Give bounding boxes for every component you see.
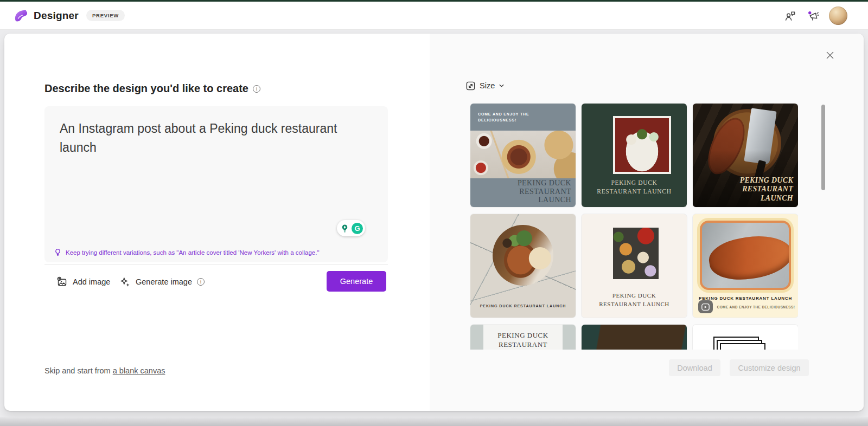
thumbnail-title: PEKING DUCK RESTAURANT LAUNCH [470, 304, 576, 308]
generate-button[interactable]: Generate [327, 271, 386, 292]
thumbnails-scroll-area: COME AND ENJOY THE DELICIOUSNESS! PEKING… [470, 104, 798, 350]
design-thumbnail-5[interactable]: PEKING DUCK RESTAURANT LAUNCH [582, 214, 687, 318]
generate-image-button[interactable]: Generate image [119, 271, 205, 293]
thumbnail-title: PEKING DUCK RESTAURANT LAUNCH [723, 176, 793, 203]
decor-bar [470, 325, 483, 350]
prompt-tip-text: Keep trying different variations, such a… [66, 249, 319, 256]
prompt-input[interactable]: An Instagram post about a Peking duck re… [44, 106, 388, 262]
prompt-heading-text: Describe the design you'd like to create [44, 82, 248, 95]
thumbnail-title: PEKING DUCK RESTAURANT LAUNCH [597, 292, 671, 309]
bottom-shade [0, 417, 868, 426]
grammarly-widget [337, 220, 365, 236]
design-thumbnail-2[interactable]: PEKING DUCK RESTAURANT LAUNCH [582, 104, 687, 207]
add-image-label: Add image [73, 277, 110, 286]
whats-new-megaphone-icon[interactable] [806, 9, 819, 22]
app-header: Designer PREVIEW [0, 2, 868, 30]
thumbnail-title: PEKING DUCK RESTAURANT LAUNCH [592, 178, 676, 196]
info-icon[interactable] [253, 85, 260, 93]
close-icon[interactable] [825, 50, 835, 60]
design-thumbnail-1[interactable]: COME AND ENJOY THE DELICIOUSNESS! PEKING… [470, 104, 576, 207]
design-thumbnail-4[interactable]: PEKING DUCK RESTAURANT LAUNCH [470, 214, 576, 318]
add-image-button[interactable]: Add image [56, 271, 110, 293]
resize-icon [465, 81, 476, 91]
avatar[interactable] [829, 7, 847, 25]
designer-logo[interactable] [12, 7, 29, 24]
generate-image-label: Generate image [136, 277, 192, 286]
chevron-down-icon [499, 83, 505, 88]
feedback-icon[interactable] [783, 9, 796, 22]
download-button[interactable]: Download [669, 359, 720, 376]
app-title: Designer [34, 10, 79, 22]
size-dropdown[interactable]: Size [465, 78, 505, 93]
thumbnail-photo [613, 228, 658, 280]
sparkles-icon [119, 276, 131, 288]
thumbnail-photo [470, 131, 576, 178]
prompt-toolbar: Add image Generate image Generate [44, 271, 388, 293]
divider [44, 264, 388, 264]
design-thumbnail-9[interactable] [693, 325, 798, 350]
prompt-tip[interactable]: Keep trying different variations, such a… [54, 248, 319, 256]
results-scrollbar[interactable] [821, 105, 825, 190]
blank-canvas-link[interactable]: a blank canvas [113, 366, 165, 375]
prompt-heading: Describe the design you'd like to create [44, 82, 260, 95]
thumbnail-tagline: COME AND ENJOY THE DELICIOUSNESS! [478, 111, 538, 123]
prompt-input-value: An Instagram post about a Peking duck re… [60, 119, 369, 157]
roast-duck [706, 231, 791, 285]
design-thumbnail-3[interactable]: PEKING DUCK RESTAURANT LAUNCH [693, 104, 798, 207]
customize-design-button[interactable]: Customize design [730, 359, 809, 376]
skip-row: Skip and start from a blank canvas [44, 366, 165, 375]
results-panel: Size COME AND ENJOY THE DELICIOUSNESS! P… [430, 34, 864, 411]
thumbnail-title: PEKING DUCK RESTAURANT LAUNCH [492, 331, 554, 350]
size-label: Size [480, 81, 495, 90]
skip-prefix: Skip and start from [44, 366, 111, 375]
decor-bar [563, 325, 576, 350]
play-badge-icon [698, 300, 713, 313]
thumbnail-photo [700, 221, 791, 290]
design-thumbnail-8[interactable] [582, 325, 687, 350]
image-plus-icon [56, 276, 68, 288]
grammarly-suggestion-icon[interactable] [339, 223, 350, 234]
grammarly-logo-icon[interactable] [352, 223, 363, 234]
design-thumbnail-6[interactable]: PEKING DUCK RESTAURANT LAUNCH COME AND E… [693, 214, 798, 318]
info-icon[interactable] [197, 278, 205, 286]
thumbnail-photo [493, 225, 553, 286]
design-thumbnail-7[interactable]: PEKING DUCK RESTAURANT LAUNCH [470, 325, 576, 350]
preview-badge: PREVIEW [86, 10, 125, 21]
thumbnail-photo [613, 116, 671, 174]
thumbnails-grid: COME AND ENJOY THE DELICIOUSNESS! PEKING… [470, 104, 798, 350]
thumbnail-title: PEKING DUCK RESTAURANT LAUNCH [507, 179, 571, 204]
stacked-frame [720, 343, 765, 350]
lightbulb-icon [54, 248, 62, 256]
thumbnail-tagline: COME AND ENJOY THE DELICIOUSNESS! [714, 305, 798, 309]
create-design-modal: Describe the design you'd like to create… [4, 34, 864, 411]
